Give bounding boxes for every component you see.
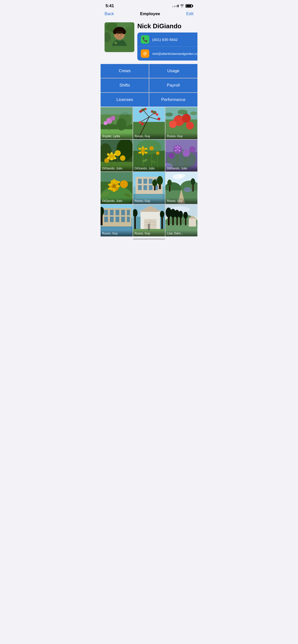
svg-point-107	[120, 180, 128, 188]
photo-label: Russo, Guy	[133, 133, 165, 139]
photo-item[interactable]: DiGiando, Julio	[133, 140, 165, 172]
svg-point-11	[120, 34, 122, 36]
email-row[interactable]: @ nick@atlanticlawnandgarden.com	[137, 47, 197, 60]
usage-button[interactable]: Usage	[149, 64, 197, 78]
svg-point-116	[112, 184, 116, 188]
svg-point-84	[138, 148, 142, 150]
svg-point-99	[177, 146, 179, 147]
status-time: 5:41	[106, 4, 114, 8]
svg-point-17	[111, 116, 116, 121]
svg-point-115	[115, 180, 117, 184]
shifts-button[interactable]: Shifts	[101, 78, 149, 92]
phone-row[interactable]: 📞 (401) 835-5842	[137, 32, 197, 47]
svg-rect-123	[143, 179, 147, 184]
photo-item[interactable]: Russo, Guy	[101, 204, 133, 236]
svg-point-145	[167, 180, 172, 186]
svg-rect-151	[104, 210, 108, 215]
photo-label: Russo, Guy	[101, 230, 133, 236]
photo-item[interactable]: Russo, Guy	[133, 204, 165, 236]
svg-point-38	[139, 121, 141, 124]
nav-bar: Back Employee Edit	[101, 10, 197, 19]
signal-icon	[172, 5, 179, 7]
svg-point-64	[114, 157, 116, 159]
svg-point-10	[117, 34, 118, 36]
photo-item[interactable]: DiGiando, Julio	[101, 140, 133, 172]
svg-point-3	[124, 26, 134, 38]
photo-label: Snyder, Lydia	[101, 133, 133, 139]
svg-point-96	[179, 146, 180, 148]
photo-item[interactable]: DiGiando, Julio	[101, 172, 133, 204]
svg-point-78	[156, 151, 159, 155]
photo-label: DiGiando, Julio	[101, 198, 133, 204]
svg-point-79	[142, 146, 144, 149]
svg-point-12	[115, 42, 117, 44]
photo-label: DiGiando, Julio	[133, 165, 165, 172]
svg-point-81	[144, 152, 148, 154]
svg-rect-159	[121, 216, 125, 222]
svg-point-110	[115, 185, 120, 188]
phone-number: (401) 835-5842	[152, 38, 178, 42]
page-title: Employee	[140, 12, 160, 16]
svg-rect-156	[104, 216, 108, 222]
photo-item[interactable]: Snyder, Lydia	[101, 107, 133, 139]
wifi-icon	[180, 4, 184, 8]
svg-point-95	[175, 146, 177, 148]
photo-item[interactable]: DiGiando, Julio	[165, 140, 197, 172]
svg-point-62	[111, 152, 113, 154]
photos-grid: Snyder, Lydia Russo, Guy	[101, 107, 197, 236]
phone-icon: 📞	[142, 37, 148, 42]
svg-point-80	[144, 148, 148, 150]
svg-point-47	[186, 122, 194, 130]
svg-point-9	[115, 27, 124, 31]
svg-rect-155	[127, 210, 130, 215]
svg-point-22	[116, 118, 126, 130]
svg-point-51	[165, 113, 173, 116]
edit-button[interactable]: Edit	[186, 12, 193, 16]
photo-item[interactable]: Russo, Guy	[133, 107, 165, 139]
photo-item[interactable]: Russo, Guy	[165, 107, 197, 139]
svg-point-97	[179, 150, 181, 151]
profile-image-svg	[105, 22, 134, 52]
licenses-button[interactable]: Licenses	[101, 93, 149, 107]
performance-button[interactable]: Performance	[149, 93, 197, 107]
svg-point-37	[157, 118, 160, 120]
svg-rect-124	[149, 179, 152, 184]
svg-point-192	[179, 211, 183, 218]
photo-label: Russo, Guy	[165, 198, 197, 204]
profile-photo	[105, 22, 134, 52]
svg-point-114	[111, 180, 114, 184]
svg-rect-160	[127, 216, 130, 222]
svg-point-92	[169, 152, 175, 158]
home-bar	[133, 238, 165, 240]
svg-rect-152	[110, 210, 114, 215]
crews-button[interactable]: Crews	[101, 64, 149, 78]
email-icon: @	[143, 51, 147, 56]
profile-name: Nick DiGiando	[137, 22, 197, 30]
status-icons	[172, 4, 192, 8]
svg-point-39	[141, 122, 144, 125]
svg-point-91	[183, 149, 190, 157]
svg-rect-122	[138, 179, 142, 184]
svg-point-93	[189, 146, 196, 152]
photo-item[interactable]: Russo, Guy	[165, 172, 197, 204]
svg-rect-154	[121, 210, 125, 215]
photo-item[interactable]: Russo, Guy	[133, 172, 165, 204]
svg-point-176	[160, 211, 164, 218]
photo-item[interactable]: Lisa, Darri...	[165, 204, 197, 236]
actions-grid: Crews Usage Shifts Payroll Licenses Perf…	[101, 64, 197, 107]
svg-rect-128	[149, 185, 152, 190]
svg-rect-158	[116, 216, 119, 222]
payroll-button[interactable]: Payroll	[149, 78, 197, 92]
photo-label: Russo, Guy	[133, 198, 165, 204]
photo-label: DiGiando, Julio	[165, 165, 197, 172]
svg-point-61	[120, 155, 125, 161]
svg-rect-157	[110, 216, 114, 222]
svg-point-45	[182, 114, 191, 123]
svg-rect-153	[116, 210, 119, 215]
svg-point-131	[157, 176, 163, 185]
svg-point-139	[178, 174, 185, 178]
back-button[interactable]: Back	[105, 12, 114, 16]
svg-rect-178	[148, 225, 150, 230]
photo-label: Russo, Guy	[133, 230, 165, 236]
svg-point-33	[139, 110, 142, 113]
